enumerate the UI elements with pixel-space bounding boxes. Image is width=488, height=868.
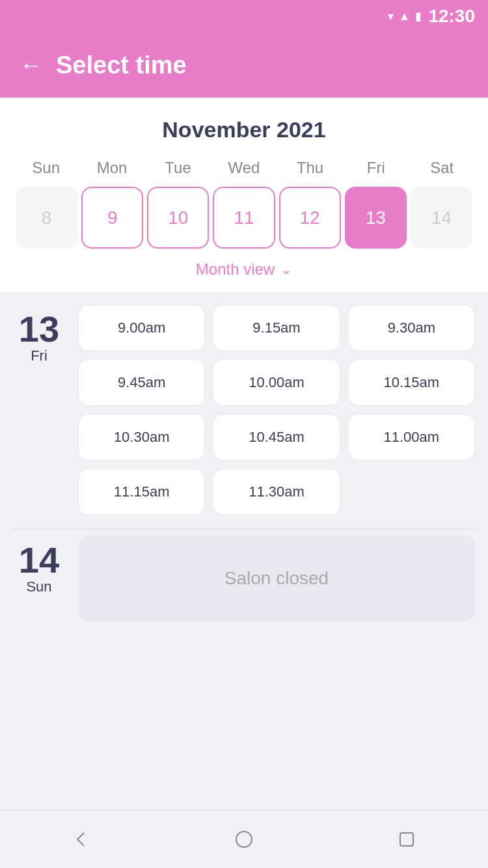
home-nav-icon <box>234 829 254 850</box>
date-cell-11[interactable]: 11 <box>213 187 275 249</box>
day-13-time-grid: 9.00am 9.15am 9.30am 9.45am 10.00am 10.1… <box>78 305 475 515</box>
bottom-nav <box>0 809 488 868</box>
weekday-sat: Sat <box>409 156 475 180</box>
nav-recent-button[interactable] <box>387 820 426 859</box>
date-cell-12[interactable]: 12 <box>279 187 341 249</box>
time-slot-1115am[interactable]: 11.15am <box>78 468 205 515</box>
weekday-fri: Fri <box>343 156 409 180</box>
date-cell-8[interactable]: 8 <box>16 187 77 249</box>
day-14-number: 14 <box>19 542 59 578</box>
calendar-section: November 2021 Sun Mon Tue Wed Thu Fri Sa… <box>0 98 488 292</box>
date-cell-9[interactable]: 9 <box>81 187 143 249</box>
time-slot-1000am[interactable]: 10.00am <box>213 359 340 406</box>
month-view-label: Month view <box>196 260 275 278</box>
time-slot-900am[interactable]: 9.00am <box>78 305 205 351</box>
back-nav-icon <box>71 829 92 850</box>
time-slot-945am[interactable]: 9.45am <box>78 359 205 406</box>
nav-back-button[interactable] <box>62 820 101 859</box>
date-cell-14[interactable]: 14 <box>411 187 472 249</box>
week-days-row: Sun Mon Tue Wed Thu Fri Sat <box>13 156 475 180</box>
wifi-icon: ▾ <box>388 9 394 23</box>
time-slot-1015am[interactable]: 10.15am <box>348 359 475 406</box>
date-cell-13[interactable]: 13 <box>345 187 407 249</box>
time-slot-930am[interactable]: 9.30am <box>348 305 475 351</box>
signal-icon: ▲ <box>399 10 411 23</box>
weekday-mon: Mon <box>79 156 144 180</box>
nav-home-button[interactable] <box>224 820 264 859</box>
weekday-tue: Tue <box>145 156 211 180</box>
recent-nav-icon <box>396 829 417 850</box>
section-divider <box>13 528 475 529</box>
svg-rect-1 <box>400 833 413 846</box>
status-bar: ▾ ▲ ▮ 12:30 <box>0 0 488 33</box>
time-slot-915am[interactable]: 9.15am <box>213 305 340 351</box>
time-section: 13 Fri 9.00am 9.15am 9.30am 9.45am 10.00… <box>0 292 488 660</box>
month-year-title: November 2021 <box>13 117 475 142</box>
status-time: 12:30 <box>428 6 475 27</box>
battery-icon: ▮ <box>415 9 422 23</box>
day-13-number: 13 <box>19 311 59 347</box>
date-row: 8 9 10 11 12 13 14 <box>13 187 475 249</box>
date-cell-10[interactable]: 10 <box>147 187 209 249</box>
day-14-name: Sun <box>26 578 51 595</box>
weekday-wed: Wed <box>211 156 277 180</box>
day-14-label: 14 Sun <box>13 536 65 621</box>
month-view-toggle[interactable]: Month view ⌄ <box>13 260 475 278</box>
weekday-sun: Sun <box>13 156 79 180</box>
page-title: Select time <box>56 51 187 79</box>
weekday-thu: Thu <box>277 156 343 180</box>
day-13-name: Fri <box>31 347 47 364</box>
chevron-down-icon: ⌄ <box>281 262 292 277</box>
time-slot-1030am[interactable]: 10.30am <box>78 414 205 461</box>
time-slot-1045am[interactable]: 10.45am <box>213 414 340 461</box>
salon-closed-message: Salon closed <box>78 536 475 621</box>
day-14-block: 14 Sun Salon closed <box>13 536 475 634</box>
back-button[interactable]: ← <box>20 53 43 77</box>
day-13-label: 13 Fri <box>13 305 65 515</box>
time-slot-1100am[interactable]: 11.00am <box>348 414 475 461</box>
svg-point-0 <box>236 832 252 847</box>
time-slot-1130am[interactable]: 11.30am <box>213 468 340 515</box>
app-header: ← Select time <box>0 33 488 98</box>
status-icons: ▾ ▲ ▮ <box>388 9 422 23</box>
day-13-block: 13 Fri 9.00am 9.15am 9.30am 9.45am 10.00… <box>13 305 475 515</box>
